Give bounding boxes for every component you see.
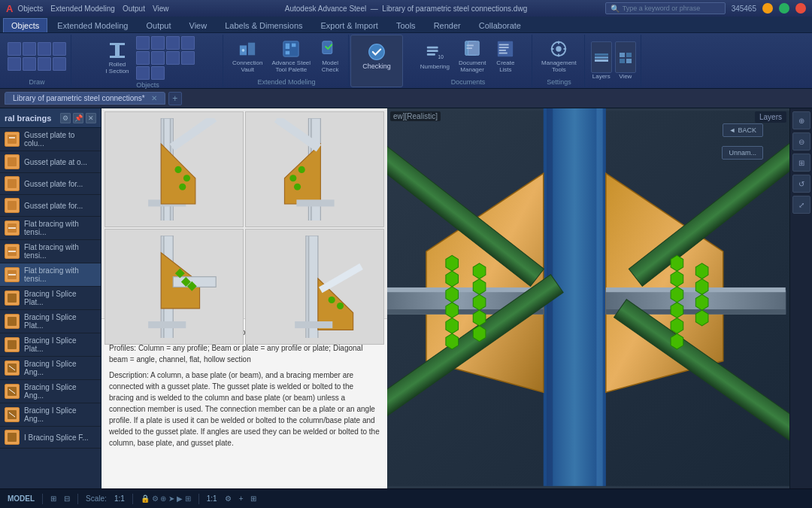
draw-btn-7[interactable] (38, 57, 51, 71)
doc-tab-0[interactable]: Library of parametric steel connections*… (5, 92, 165, 105)
obj-btn-1[interactable] (136, 36, 150, 50)
list-item[interactable]: Gusset plate for... (0, 195, 101, 217)
numbering-button[interactable]: 1000 Numbering (417, 37, 453, 76)
right-toolbar: ⊕ ⊖ ⊞ ↺ ⤢ (789, 108, 812, 488)
draw-btn-4[interactable] (53, 42, 66, 56)
add-tab-button[interactable]: + (168, 92, 182, 105)
panel-close-button[interactable]: ✕ (86, 113, 96, 123)
draw-btn-3[interactable] (38, 42, 51, 56)
obj-btn-10[interactable] (151, 66, 165, 80)
3d-viewport[interactable]: ew][Realistic] (387, 108, 789, 488)
management-tools-button[interactable]: ManagementTools (538, 37, 580, 76)
search-box[interactable]: 🔍 Type a keyword or phrase (605, 2, 726, 14)
doc-tab-close-icon[interactable]: ✕ (151, 94, 157, 102)
svg-point-88 (329, 297, 335, 303)
preview-cell-2 (245, 111, 384, 227)
panel-pin-button[interactable]: 📌 (73, 113, 83, 123)
tab-export[interactable]: Export & Import (313, 18, 386, 32)
back-button[interactable]: ◄ BACK (723, 123, 763, 137)
draw-btn-1[interactable] (8, 42, 21, 56)
rt-btn-1[interactable]: ⊕ (792, 111, 810, 129)
obj-btn-6[interactable] (151, 51, 165, 65)
zoom-btn[interactable]: 1:1 (207, 494, 217, 503)
list-item[interactable]: I Bracing Splice F... (0, 427, 101, 449)
obj-btn-2[interactable] (151, 36, 165, 50)
connection-vault-button[interactable]: ConnectionVault (229, 37, 265, 76)
ribbon-group-checking: Checking Checking (350, 35, 403, 87)
layers-button[interactable]: Layers (591, 41, 612, 80)
grid-btn-1[interactable]: ⊞ (50, 494, 56, 503)
ribbon-group-draw: Draw (3, 35, 71, 87)
minimize-button[interactable] (762, 3, 773, 14)
draw-btn-5[interactable] (8, 57, 21, 71)
grid-btn-2[interactable]: ⊟ (64, 494, 70, 503)
menu-view[interactable]: View (153, 5, 169, 13)
item-icon-11 (5, 384, 20, 399)
checking-button[interactable]: Checking (359, 37, 394, 76)
draw-btn-8[interactable] (53, 57, 66, 71)
rt-btn-5[interactable]: ⤢ (792, 196, 810, 214)
view-button[interactable]: View (615, 41, 636, 80)
item-icon-13 (5, 430, 20, 445)
document-manager-button[interactable]: DocumentManager (456, 37, 489, 76)
list-item[interactable]: Flat bracing with tensi... (0, 240, 101, 263)
rt-btn-2[interactable]: ⊖ (792, 132, 810, 151)
tab-objects[interactable]: Objects (3, 18, 47, 32)
obj-btn-9[interactable] (136, 66, 150, 80)
list-item[interactable]: Bracing I Splice Ang... (0, 403, 101, 427)
svg-rect-90 (295, 321, 332, 328)
obj-btn-7[interactable] (166, 51, 180, 65)
rt-btn-4[interactable]: ↺ (792, 175, 810, 193)
tab-collaborate[interactable]: Collaborate (471, 18, 529, 32)
tab-render[interactable]: Render (426, 18, 469, 32)
menu-objects[interactable]: Objects (17, 5, 43, 13)
svg-rect-4 (248, 43, 255, 56)
list-item[interactable]: Bracing I Splice Ang... (0, 380, 101, 403)
tab-labels[interactable]: Labels & Dimensions (217, 18, 311, 32)
center-panel: Selection order: 1. Column, 2. Beam or b… (102, 108, 387, 488)
tab-output[interactable]: Output (138, 18, 179, 32)
svg-marker-127 (695, 310, 708, 326)
menu-output[interactable]: Output (123, 5, 145, 13)
model-check-button[interactable]: ModelCheck (317, 37, 344, 76)
obj-btn-5[interactable] (136, 51, 150, 65)
list-item[interactable]: Flat bracing with tensi... (0, 263, 101, 287)
list-item[interactable]: Bracing I Splice Plat... (0, 310, 101, 333)
svg-marker-119 (671, 271, 683, 287)
svg-rect-39 (9, 137, 15, 138)
left-panel: ral bracings ⚙ 📌 ✕ Gusset plate to colu.… (0, 108, 102, 488)
tab-ext-modeling[interactable]: Extended Modeling (49, 18, 136, 32)
list-item[interactable]: Gusset plate at o... (0, 151, 101, 173)
create-lists-button[interactable]: CreateLists (492, 37, 519, 76)
back-label: BACK (738, 126, 756, 134)
list-item[interactable]: Bracing I Splice Plat... (0, 333, 101, 357)
obj-btn-4[interactable] (181, 36, 195, 50)
tab-tools[interactable]: Tools (388, 18, 424, 32)
settings-icon-status[interactable]: ⚙ (225, 494, 232, 503)
windows-icon-status[interactable]: ⊞ (250, 494, 256, 503)
close-button[interactable] (795, 3, 806, 14)
rt-btn-3[interactable]: ⊞ (792, 154, 810, 172)
list-item[interactable]: Bracing I Splice Plat... (0, 287, 101, 310)
plus-icon-status[interactable]: + (239, 494, 244, 503)
draw-btn-6[interactable] (23, 57, 36, 71)
maximize-button[interactable] (779, 3, 789, 14)
tab-view[interactable]: View (181, 18, 216, 32)
obj-btn-3[interactable] (166, 36, 180, 50)
list-item[interactable]: Gusset plate to colu... (0, 128, 101, 151)
unname-button[interactable]: Unnam... (722, 146, 763, 160)
menu-ext-modeling[interactable]: Extended Modeling (50, 5, 115, 13)
draw-icons (8, 36, 66, 77)
list-item[interactable]: Flat bracing with tensi... (0, 217, 101, 240)
advance-steel-palette-button[interactable]: Advance SteelTool Palette (268, 37, 314, 76)
rolled-i-section-button[interactable]: RolledI Section (101, 38, 134, 78)
list-item[interactable]: Bracing I Splice Ang... (0, 357, 101, 380)
draw-btn-2[interactable] (23, 42, 36, 56)
list-item-label: Bracing I Splice Plat... (24, 290, 96, 306)
obj-btn-8[interactable] (181, 51, 195, 65)
item-icon-8 (5, 314, 20, 329)
list-item-label: Bracing I Splice Plat... (24, 336, 96, 353)
panel-settings-button[interactable]: ⚙ (60, 113, 71, 123)
list-item[interactable]: Gusset plate for... (0, 173, 101, 195)
status-bar: MODEL ⊞ ⊟ Scale: 1:1 🔒 ⚙ ⊕ ➤ ▶ ⊞ 1:1 ⚙ +… (0, 488, 812, 508)
